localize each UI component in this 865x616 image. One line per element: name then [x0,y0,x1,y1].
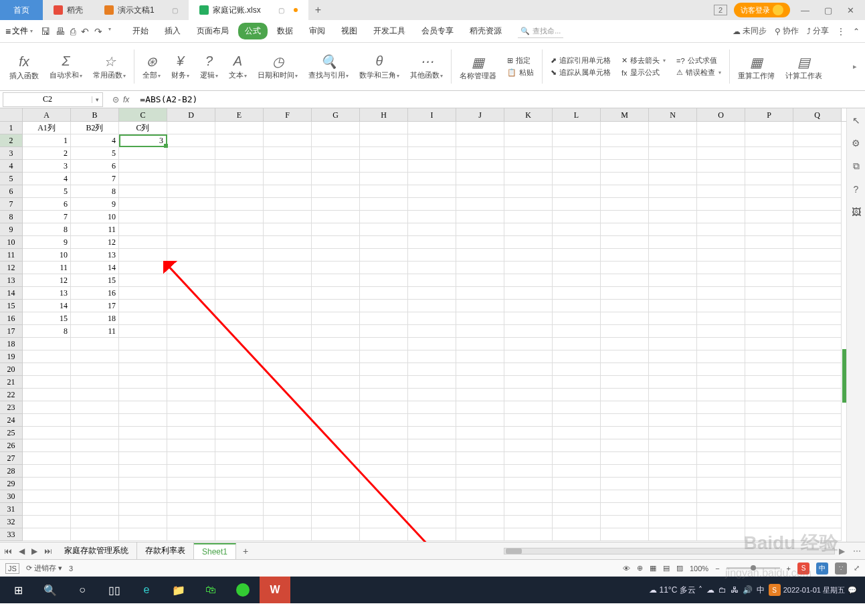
cell-G18[interactable] [312,338,360,350]
cell-B10[interactable]: 12 [71,236,119,249]
cell-A4[interactable]: 3 [23,160,71,173]
ribbon-autosum[interactable]: Σ自动求和▾ [44,45,88,88]
cell-E4[interactable] [215,160,264,173]
cell-K17[interactable] [504,325,553,338]
cell-G26[interactable] [312,439,360,452]
cell-N4[interactable] [649,160,697,173]
cell-O29[interactable] [697,478,745,490]
cell-A21[interactable] [23,376,71,389]
cell-F7[interactable] [264,198,312,211]
notification-icon[interactable]: 💬 [848,586,857,595]
cell-Q17[interactable] [793,325,842,338]
cell-Q33[interactable] [793,528,842,541]
cell-I18[interactable] [408,338,456,350]
cell-C13[interactable] [119,274,167,287]
cell-J14[interactable] [456,287,504,300]
cell-D15[interactable] [167,300,215,312]
cell-P17[interactable] [745,325,793,338]
cell-D22[interactable] [167,389,215,401]
cell-P27[interactable] [745,452,793,465]
row-header-12[interactable]: 12 [0,262,23,274]
cell-P22[interactable] [745,389,793,401]
cell-A20[interactable] [23,363,71,376]
tab-close-icon[interactable]: ▢ [172,7,178,14]
status-mode[interactable]: ⟳ 进销存 ▾ [26,563,62,573]
tab-popout-icon[interactable]: ▢ [278,7,284,14]
close-button[interactable]: ✕ [843,5,858,15]
cell-I5[interactable] [408,173,456,185]
cell-C14[interactable] [119,287,167,300]
cell-K30[interactable] [504,490,553,503]
cell-I29[interactable] [408,478,456,490]
column-header-K[interactable]: K [504,108,553,121]
row-header-28[interactable]: 28 [0,465,23,478]
cell-B22[interactable] [71,389,119,401]
cell-E22[interactable] [215,389,264,401]
cell-F25[interactable] [264,427,312,439]
view-page-icon[interactable]: ▤ [663,564,670,573]
cell-B19[interactable] [71,350,119,363]
print-icon[interactable]: 🖶 [56,26,65,37]
cell-Q26[interactable] [793,439,842,452]
cell-H4[interactable] [360,160,408,173]
cell-H30[interactable] [360,490,408,503]
cell-M11[interactable] [601,249,649,262]
cell-D25[interactable] [167,427,215,439]
sheet-tab-1[interactable]: 家庭存款管理系统 [56,542,137,559]
cell-I9[interactable] [408,223,456,236]
cell-L2[interactable] [553,134,601,147]
cell-I1[interactable] [408,122,456,134]
cell-K32[interactable] [504,516,553,528]
cell-L3[interactable] [553,147,601,160]
cell-J11[interactable] [456,249,504,262]
ribbon-common-fn[interactable]: ☆常用函数▾ [88,45,131,88]
cell-L23[interactable] [553,401,601,414]
cell-A19[interactable] [23,350,71,363]
cell-L6[interactable] [553,185,601,198]
cell-L32[interactable] [553,516,601,528]
cell-E28[interactable] [215,465,264,478]
cell-P9[interactable] [745,223,793,236]
cell-L31[interactable] [553,503,601,516]
undo-icon[interactable]: ↶ [81,26,89,37]
cell-B8[interactable]: 10 [71,211,119,223]
cell-A6[interactable]: 5 [23,185,71,198]
settings-icon[interactable]: ⚙ [852,138,860,148]
volume-icon[interactable]: 🔊 [743,585,753,595]
cell-O23[interactable] [697,401,745,414]
row-header-26[interactable]: 26 [0,439,23,452]
cell-D2[interactable] [167,134,215,147]
cell-N8[interactable] [649,211,697,223]
bookmark-icon[interactable]: ⧉ [853,161,860,172]
cell-I15[interactable] [408,300,456,312]
cell-M20[interactable] [601,363,649,376]
cell-I13[interactable] [408,274,456,287]
cell-N32[interactable] [649,516,697,528]
cell-F28[interactable] [264,465,312,478]
row-header-31[interactable]: 31 [0,503,23,516]
cell-M14[interactable] [601,287,649,300]
cell-I22[interactable] [408,389,456,401]
cell-F9[interactable] [264,223,312,236]
cell-N29[interactable] [649,478,697,490]
cell-A12[interactable]: 11 [23,262,71,274]
cell-G8[interactable] [312,211,360,223]
sheet-tab-2[interactable]: 存款利率表 [137,542,194,559]
row-header-27[interactable]: 27 [0,452,23,465]
print-preview-icon[interactable]: ⎙ [70,26,76,37]
cell-L33[interactable] [553,528,601,541]
cell-Q18[interactable] [793,338,842,350]
cell-D6[interactable] [167,185,215,198]
cell-C2[interactable]: 3 [119,134,167,147]
cell-D19[interactable] [167,350,215,363]
cell-O21[interactable] [697,376,745,389]
cell-O3[interactable] [697,147,745,160]
cell-O6[interactable] [697,185,745,198]
cell-P12[interactable] [745,262,793,274]
column-header-D[interactable]: D [167,108,215,121]
formula-input[interactable]: =ABS(A2-B2) [136,94,865,104]
cell-H25[interactable] [360,427,408,439]
cell-E15[interactable] [215,300,264,312]
cell-I3[interactable] [408,147,456,160]
cell-E33[interactable] [215,528,264,541]
